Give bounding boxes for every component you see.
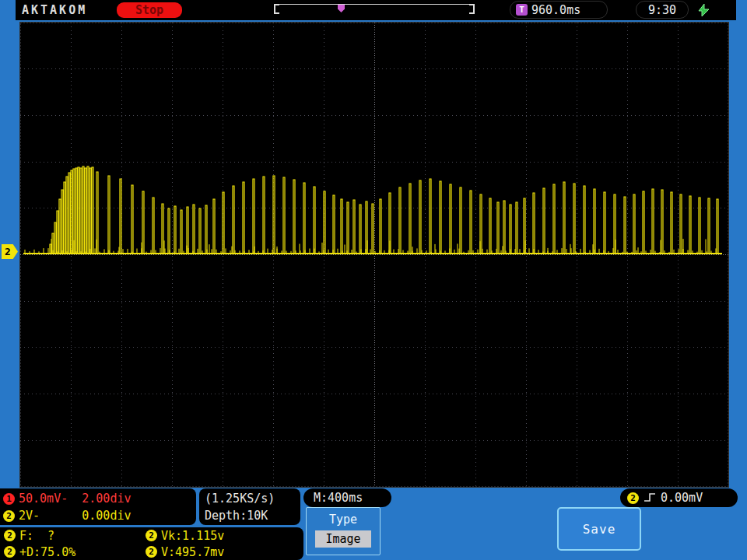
memory-depth-readout: Depth:10K (205, 509, 268, 523)
channel-settings-block: 1 50.0mV- 2.00div 2 2V- 0.00div (0, 488, 196, 525)
ch1-settings-row: 1 50.0mV- 2.00div (3, 490, 196, 507)
acquisition-info-block: (1.25KS/s) Depth:10K (199, 488, 300, 525)
meas-value: V:495.7mv (161, 545, 224, 559)
meas-value: +D:75.0% (19, 545, 75, 559)
measure-frequency: 2 F: ? (4, 527, 146, 544)
softmenu-type[interactable]: Type Image (306, 507, 381, 555)
ch2-settings-row: 2 2V- 0.00div (3, 507, 196, 524)
clock: 9:30 (636, 1, 689, 19)
record-window-line (275, 4, 473, 5)
meas-badge: 2 (4, 546, 16, 558)
meas-badge: 2 (146, 530, 157, 541)
acquisition-status-badge: Stop (117, 2, 182, 18)
sample-rate-readout: (1.25KS/s) (205, 492, 275, 506)
trigger-t-icon: T (516, 4, 528, 16)
oscilloscope-screen: AKTAKOM Stop T 960.0ms 9:30 2 1 50.0mV- … (0, 0, 747, 560)
timebase-readout-pill: M:400ms (303, 488, 391, 507)
trigger-source-badge: 2 (627, 492, 639, 504)
usb-status-icon (696, 2, 711, 18)
trigger-time-readout: T 960.0ms (510, 1, 608, 19)
measurements-block: 2 F: ? 2 Vk:1.115v 2 +D:75.0% 2 V:495.7m… (0, 527, 303, 560)
record-window-right-bracket (469, 4, 475, 14)
trigger-level-readout: 0.00mV (661, 491, 703, 505)
timebase-readout: M:400ms (314, 491, 363, 505)
trigger-time-value: 960.0ms (531, 3, 580, 17)
ch1-scale-readout: 50.0mV- 2.00div (19, 492, 132, 506)
rising-edge-icon (644, 491, 656, 506)
brand-logo: AKTAKOM (22, 3, 87, 17)
meas-badge: 2 (146, 546, 157, 558)
measure-voltage: 2 V:495.7mv (146, 544, 303, 560)
trigger-level-pill: 2 0.00mV (620, 488, 738, 507)
ch2-scale-readout: 2V- 0.00div (19, 509, 132, 523)
ch2-badge: 2 (3, 510, 15, 522)
record-window-left-bracket (274, 4, 279, 14)
record-window-bar (274, 4, 475, 15)
trigger-position-marker[interactable] (338, 5, 345, 12)
meas-value: Vk:1.115v (161, 529, 224, 543)
save-button[interactable]: Save (557, 507, 641, 551)
channel2-position-marker[interactable]: 2 (2, 244, 18, 259)
measure-vk: 2 Vk:1.115v (146, 527, 303, 544)
ch1-badge: 1 (3, 493, 15, 505)
waveform-display (19, 22, 729, 488)
softmenu-type-value[interactable]: Image (315, 530, 371, 548)
top-status-bar: AKTAKOM Stop T 960.0ms 9:30 (16, 0, 736, 20)
waveform-svg (20, 23, 728, 487)
meas-value: F: ? (19, 529, 54, 543)
meas-badge: 2 (4, 530, 16, 541)
softmenu-type-label: Type (307, 513, 380, 527)
measure-duty: 2 +D:75.0% (4, 544, 146, 560)
